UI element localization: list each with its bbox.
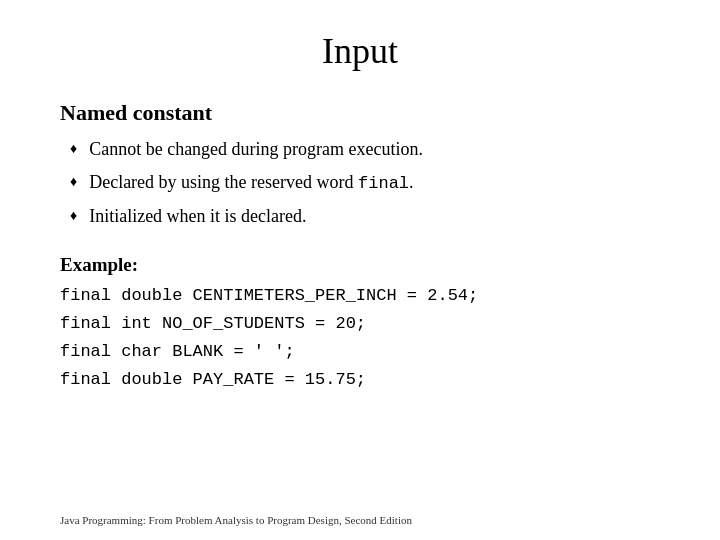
named-constant-section: Named constant ♦ Cannot be changed durin… xyxy=(60,100,660,254)
code-line-3: final char BLANK = ' '; xyxy=(60,338,660,366)
inline-code-final: final xyxy=(358,174,409,193)
code-line-1: final double CENTIMETERS_PER_INCH = 2.54… xyxy=(60,282,660,310)
bullet-text-3: Initialized when it is declared. xyxy=(89,203,306,230)
code-line-2: final int NO_OF_STUDENTS = 20; xyxy=(60,310,660,338)
list-item: ♦ Initialized when it is declared. xyxy=(70,203,660,230)
code-line-4: final double PAY_RATE = 15.75; xyxy=(60,366,660,394)
bullet-text-1: Cannot be changed during program executi… xyxy=(89,136,423,163)
footer-text: Java Programming: From Problem Analysis … xyxy=(60,514,412,526)
bullet-text-2: Declared by using the reserved word fina… xyxy=(89,169,413,197)
example-section: Example: final double CENTIMETERS_PER_IN… xyxy=(60,254,660,418)
bullet-icon: ♦ xyxy=(70,138,77,159)
named-constant-heading: Named constant xyxy=(60,100,660,126)
slide-title: Input xyxy=(60,30,660,72)
bullet-icon: ♦ xyxy=(70,205,77,226)
bullet-icon: ♦ xyxy=(70,171,77,192)
example-label: Example: xyxy=(60,254,660,276)
code-block: final double CENTIMETERS_PER_INCH = 2.54… xyxy=(60,282,660,394)
list-item: ♦ Cannot be changed during program execu… xyxy=(70,136,660,163)
list-item: ♦ Declared by using the reserved word fi… xyxy=(70,169,660,197)
bullet-list: ♦ Cannot be changed during program execu… xyxy=(70,136,660,230)
slide: Input Named constant ♦ Cannot be changed… xyxy=(0,0,720,540)
